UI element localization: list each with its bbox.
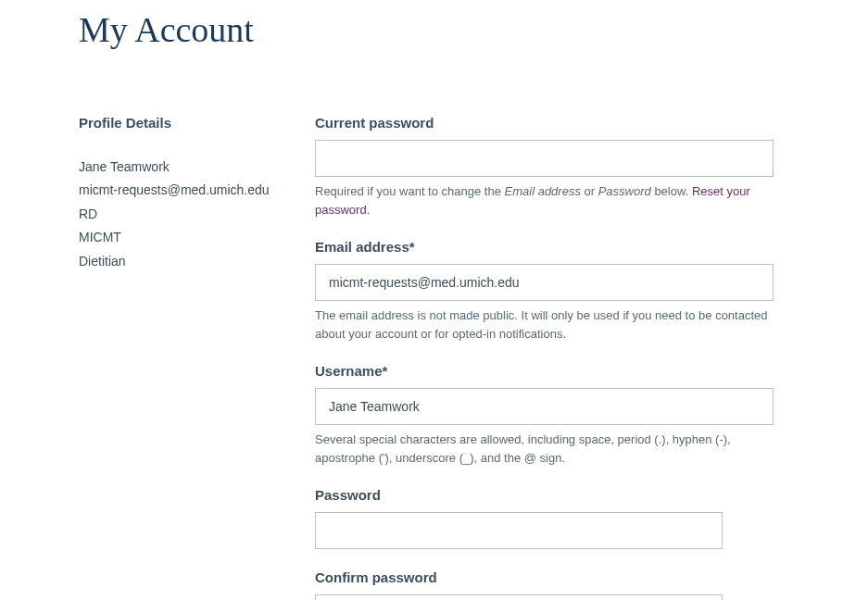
confirm-password-label: Confirm password: [315, 569, 774, 585]
profile-name: Jane Teamwork: [79, 156, 315, 177]
email-input[interactable]: [315, 264, 774, 301]
profile-org: MICMT: [79, 227, 315, 247]
profile-details-sidebar: Profile Details Jane Teamwork micmt-requ…: [79, 115, 315, 600]
current-password-input[interactable]: [315, 140, 774, 177]
email-group: Email address* The email address is not …: [315, 239, 774, 343]
current-password-group: Current password Required if you want to…: [315, 115, 774, 219]
confirm-password-input[interactable]: [315, 594, 723, 600]
email-label: Email address*: [315, 239, 774, 255]
password-input[interactable]: [315, 512, 723, 549]
profile-email: micmt-requests@med.umich.edu: [79, 180, 315, 200]
password-group: Password: [315, 487, 774, 549]
username-help: Several special characters are allowed, …: [315, 431, 774, 467]
username-label: Username*: [315, 363, 774, 379]
page-title: My Account: [79, 9, 789, 50]
password-label: Password: [315, 487, 774, 503]
username-group: Username* Several special characters are…: [315, 363, 774, 467]
current-password-label: Current password: [315, 115, 774, 131]
account-form: Current password Required if you want to…: [315, 115, 774, 600]
confirm-password-group: Confirm password Passwords match: To cha…: [315, 569, 774, 600]
current-password-help: Required if you want to change the Email…: [315, 182, 774, 219]
username-input[interactable]: [315, 388, 774, 425]
profile-role: Dietitian: [79, 251, 315, 271]
profile-details-heading: Profile Details: [79, 115, 315, 131]
email-help: The email address is not made public. It…: [315, 306, 774, 343]
profile-credential: RD: [79, 204, 315, 224]
